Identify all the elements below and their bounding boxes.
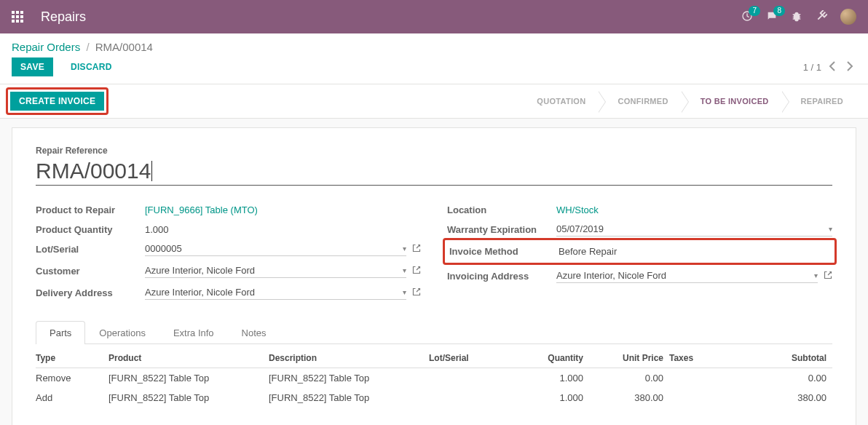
chevron-down-icon: ▾ bbox=[398, 266, 406, 274]
cell-taxes bbox=[669, 388, 727, 408]
cell-description: [FURN_8522] Table Top bbox=[269, 388, 429, 408]
external-link-icon[interactable] bbox=[412, 287, 421, 298]
external-link-icon[interactable] bbox=[412, 244, 421, 255]
text-cursor bbox=[151, 161, 152, 181]
tab-extra-info[interactable]: Extra Info bbox=[159, 321, 228, 344]
product-quantity-label: Product Quantity bbox=[36, 224, 145, 235]
activities-badge: 7 bbox=[749, 6, 760, 16]
col-unit-price: Unit Price bbox=[589, 347, 669, 368]
product-to-repair-label: Product to Repair bbox=[36, 204, 145, 215]
cell-product: [FURN_8522] Table Top bbox=[108, 368, 269, 389]
statusbar: QUOTATION CONFIRMED TO BE INVOICED REPAI… bbox=[524, 91, 856, 111]
table-header-row: Type Product Description Lot/Serial Quan… bbox=[36, 347, 832, 368]
external-link-icon[interactable] bbox=[824, 271, 832, 282]
cell-unit-price: 0.00 bbox=[589, 368, 669, 389]
main-navbar: Repairs 7 8 bbox=[0, 0, 868, 33]
chevron-down-icon: ▾ bbox=[810, 271, 818, 279]
invoicing-address-input[interactable]: Azure Interior, Nicole Ford▾ bbox=[556, 270, 818, 283]
create-invoice-highlight: CREATE INVOICE bbox=[6, 87, 108, 115]
repair-reference-input[interactable]: RMA/00014 bbox=[36, 157, 832, 186]
tools-icon[interactable] bbox=[816, 10, 827, 24]
chevron-down-icon: ▾ bbox=[398, 245, 406, 253]
activities-icon[interactable]: 7 bbox=[741, 10, 753, 24]
avatar[interactable] bbox=[840, 9, 856, 25]
col-product: Product bbox=[108, 347, 269, 368]
breadcrumb-root[interactable]: Repair Orders bbox=[12, 41, 80, 53]
cell-product: [FURN_8522] Table Top bbox=[108, 388, 269, 408]
status-repaired[interactable]: REPAIRED bbox=[782, 91, 856, 111]
notebook-tabs: Parts Operations Extra Info Notes bbox=[36, 320, 832, 344]
col-subtotal: Subtotal bbox=[727, 347, 832, 368]
external-link-icon[interactable] bbox=[412, 266, 421, 277]
cell-quantity: 1.000 bbox=[516, 368, 589, 389]
tab-operations[interactable]: Operations bbox=[85, 321, 159, 344]
pager-prev-icon[interactable] bbox=[826, 58, 839, 76]
status-to-be-invoiced[interactable]: TO BE INVOICED bbox=[682, 91, 782, 111]
lot-serial-input[interactable]: 0000005▾ bbox=[145, 243, 406, 256]
table-row[interactable]: Add[FURN_8522] Table Top[FURN_8522] Tabl… bbox=[36, 388, 832, 408]
parts-table: Type Product Description Lot/Serial Quan… bbox=[36, 347, 832, 408]
status-quotation[interactable]: QUOTATION bbox=[524, 91, 599, 111]
invoice-method-highlight: Invoice Method Before Repair bbox=[443, 238, 837, 265]
pager-next-icon[interactable] bbox=[843, 58, 856, 76]
cell-lot bbox=[429, 368, 516, 389]
col-description: Description bbox=[269, 347, 429, 368]
product-quantity-value[interactable]: 1.000 bbox=[145, 224, 421, 235]
cell-description: [FURN_8522] Table Top bbox=[269, 368, 429, 389]
breadcrumb-current: RMA/00014 bbox=[95, 41, 153, 53]
chevron-down-icon: ▾ bbox=[398, 288, 406, 296]
messages-icon[interactable]: 8 bbox=[766, 10, 778, 24]
invoice-method-label: Invoice Method bbox=[449, 246, 559, 257]
statusbar-row: CREATE INVOICE QUOTATION CONFIRMED TO BE… bbox=[0, 84, 868, 119]
col-type: Type bbox=[36, 347, 108, 368]
delivery-address-input[interactable]: Azure Interior, Nicole Ford▾ bbox=[145, 287, 406, 300]
invoicing-address-label: Invoicing Address bbox=[447, 271, 556, 282]
tab-parts[interactable]: Parts bbox=[36, 321, 85, 344]
cell-subtotal: 380.00 bbox=[727, 388, 832, 408]
cell-lot bbox=[429, 388, 516, 408]
table-row[interactable]: Remove[FURN_8522] Table Top[FURN_8522] T… bbox=[36, 368, 832, 389]
col-taxes: Taxes bbox=[669, 347, 727, 368]
location-value[interactable]: WH/Stock bbox=[556, 204, 832, 215]
messages-badge: 8 bbox=[773, 6, 785, 16]
lot-serial-label: Lot/Serial bbox=[36, 244, 145, 255]
customer-input[interactable]: Azure Interior, Nicole Ford▾ bbox=[145, 265, 406, 278]
cell-quantity: 1.000 bbox=[516, 388, 589, 408]
apps-icon[interactable] bbox=[12, 11, 23, 23]
cell-type: Remove bbox=[36, 368, 108, 389]
pager-count: 1 / 1 bbox=[803, 62, 821, 73]
warranty-expiration-input[interactable]: 05/07/2019▾ bbox=[556, 223, 832, 237]
app-title: Repairs bbox=[41, 9, 86, 25]
col-lot: Lot/Serial bbox=[429, 347, 516, 368]
status-confirmed[interactable]: CONFIRMED bbox=[599, 91, 681, 111]
discard-button[interactable]: DISCARD bbox=[62, 57, 121, 76]
delivery-address-label: Delivery Address bbox=[36, 287, 145, 298]
repair-reference-label: Repair Reference bbox=[36, 146, 832, 156]
form-sheet: Repair Reference RMA/00014 Product to Re… bbox=[12, 127, 856, 425]
product-to-repair-value[interactable]: [FURN_9666] Table (MTO) bbox=[145, 204, 421, 215]
breadcrumb: Repair Orders / RMA/00014 bbox=[12, 41, 153, 53]
location-label: Location bbox=[447, 204, 556, 215]
cell-subtotal: 0.00 bbox=[727, 368, 832, 389]
chevron-down-icon: ▾ bbox=[824, 225, 832, 233]
col-quantity: Quantity bbox=[516, 347, 589, 368]
cell-unit-price: 380.00 bbox=[589, 388, 669, 408]
warranty-expiration-label: Warranty Expiration bbox=[447, 224, 556, 235]
cell-taxes bbox=[669, 368, 727, 389]
save-button[interactable]: SAVE bbox=[12, 57, 53, 76]
customer-label: Customer bbox=[36, 266, 145, 277]
invoice-method-value[interactable]: Before Repair bbox=[559, 246, 830, 257]
debug-icon[interactable] bbox=[791, 10, 802, 24]
create-invoice-button[interactable]: CREATE INVOICE bbox=[10, 92, 104, 111]
control-panel: Repair Orders / RMA/00014 SAVE DISCARD 1… bbox=[0, 33, 868, 84]
cell-type: Add bbox=[36, 388, 108, 408]
tab-notes[interactable]: Notes bbox=[228, 321, 280, 344]
